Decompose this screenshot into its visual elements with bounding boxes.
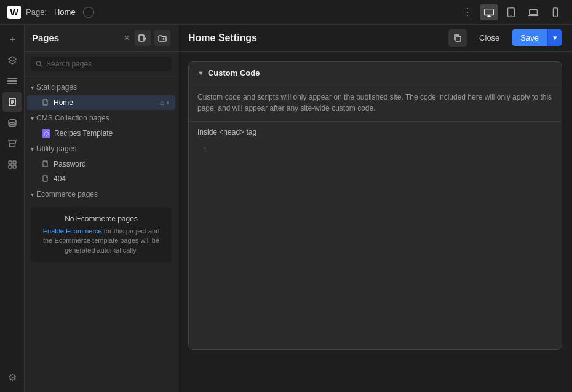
page-name: Home: [54, 7, 76, 17]
copy-link-button[interactable]: [448, 29, 467, 47]
settings-button[interactable]: ⚙: [2, 367, 22, 387]
utility-arrow: ▾: [31, 146, 34, 152]
top-bar: W Page: Home ⋮: [0, 0, 572, 25]
recipes-template-label: Recipes Template: [54, 129, 113, 138]
more-options-button[interactable]: ⋮: [460, 4, 475, 20]
svg-rect-3: [530, 9, 538, 14]
ecommerce-empty-text: Enable Ecommerce for this project and th…: [38, 227, 164, 255]
recipes-template-item[interactable]: ⬡ Recipes Template: [27, 126, 175, 141]
page-file-icon: [42, 99, 50, 107]
cms-icon: ⬡: [42, 129, 50, 138]
svg-rect-25: [43, 100, 47, 105]
cms-section-label: CMS Collection pages: [36, 114, 109, 122]
ecommerce-section-header[interactable]: ▾ Ecommerce pages: [25, 186, 178, 202]
navigator-button[interactable]: [2, 71, 22, 91]
page-settings-icon[interactable]: ›: [167, 98, 169, 107]
svg-rect-17: [13, 165, 16, 168]
assets-button[interactable]: [2, 155, 22, 174]
layers-button[interactable]: [2, 50, 22, 70]
svg-rect-16: [9, 165, 12, 168]
static-pages-label: Static pages: [36, 83, 77, 92]
svg-rect-18: [139, 35, 144, 41]
page-item-actions: ⌂ ›: [160, 98, 169, 107]
svg-rect-8: [7, 83, 17, 84]
code-input[interactable]: [215, 145, 553, 344]
icon-sidebar: ＋ ⚙: [0, 25, 25, 392]
custom-code-panel: ▼ Custom Code Custom code and scripts wi…: [188, 61, 562, 350]
custom-code-collapse-button[interactable]: ▼: [197, 69, 204, 77]
custom-code-header: ▼ Custom Code: [189, 62, 562, 84]
pages-panel: Pages × ▾ Static pages Home: [25, 25, 178, 392]
page-status-indicator: [83, 7, 94, 18]
add-page-button[interactable]: [135, 30, 151, 46]
save-button[interactable]: Save: [512, 29, 547, 46]
store-button[interactable]: [2, 134, 22, 154]
pages-search-area: [25, 52, 178, 77]
utility-section-header[interactable]: ▾ Utility pages: [25, 141, 178, 157]
svg-rect-26: [43, 161, 47, 167]
add-folder-button[interactable]: [154, 30, 170, 46]
static-pages-section-header[interactable]: ▾ Static pages: [25, 79, 178, 95]
save-button-group: Save ▾: [512, 29, 562, 46]
page-label: Page:: [26, 7, 47, 17]
search-input[interactable]: [46, 60, 167, 68]
ecommerce-empty-state: No Ecommerce pages Enable Ecommerce for …: [31, 207, 172, 262]
svg-rect-27: [43, 176, 47, 181]
svg-rect-28: [456, 36, 461, 41]
app-logo: W: [7, 6, 21, 19]
svg-point-13: [9, 120, 16, 123]
mobile-view-button[interactable]: [546, 4, 565, 20]
utility-section-label: Utility pages: [36, 144, 76, 153]
tablet-view-button[interactable]: [502, 4, 520, 20]
cms-button[interactable]: [2, 113, 22, 133]
code-section-label: Inside <head> tag: [189, 122, 562, 140]
cms-arrow: ▾: [31, 115, 34, 122]
svg-line-24: [40, 65, 42, 66]
panel-content: ▼ Custom Code Custom code and scripts wi…: [178, 52, 572, 392]
line-numbers: 1: [197, 145, 207, 344]
svg-point-23: [36, 61, 40, 65]
password-page-item[interactable]: Password: [27, 157, 175, 171]
custom-code-title: Custom Code: [208, 68, 260, 77]
static-pages-arrow: ▾: [31, 84, 34, 91]
add-elements-button[interactable]: ＋: [2, 29, 22, 49]
copy-icon: [453, 33, 463, 43]
ecommerce-section-label: Ecommerce pages: [36, 190, 98, 198]
ecommerce-empty-title: No Ecommerce pages: [38, 214, 164, 223]
code-editor[interactable]: 1: [189, 140, 562, 349]
ecommerce-arrow: ▾: [31, 191, 34, 198]
svg-rect-7: [7, 80, 17, 82]
desktop-view-button[interactable]: [480, 4, 498, 20]
svg-rect-0: [485, 9, 493, 15]
page-home-icon[interactable]: ⌂: [160, 98, 164, 107]
page-file-icon-2: [42, 160, 50, 168]
custom-code-description: Custom code and scripts will only appear…: [189, 84, 562, 122]
password-page-label: Password: [54, 160, 86, 168]
home-page-label: Home: [54, 98, 73, 107]
enable-ecommerce-link[interactable]: Enable Ecommerce: [43, 227, 102, 235]
pages-panel-header: Pages ×: [25, 25, 178, 52]
main-layout: ＋ ⚙ Pages ×: [0, 25, 572, 392]
404-page-label: 404: [54, 174, 66, 183]
close-settings-button[interactable]: Close: [473, 31, 506, 45]
pages-close-button[interactable]: ×: [123, 31, 131, 45]
page-file-icon-3: [42, 175, 50, 183]
save-dropdown-button[interactable]: ▾: [547, 29, 562, 46]
404-page-item[interactable]: 404: [27, 171, 175, 186]
svg-rect-14: [9, 161, 12, 164]
pages-button[interactable]: [2, 92, 22, 112]
pages-list: ▾ Static pages Home ⌂ › ▾ CMS Collection…: [25, 77, 178, 392]
view-mode-icons: [480, 4, 565, 20]
laptop-view-button[interactable]: [524, 4, 542, 20]
main-title: Home Settings: [188, 33, 442, 44]
main-header: Home Settings Close Save ▾: [178, 25, 572, 52]
pages-panel-title: Pages: [32, 33, 119, 43]
search-input-wrap: [31, 57, 172, 71]
search-icon: [36, 60, 42, 68]
svg-rect-15: [13, 161, 16, 164]
main-content: Home Settings Close Save ▾ ▼ Custom Code…: [178, 25, 572, 392]
svg-rect-6: [7, 78, 17, 79]
home-page-item[interactable]: Home ⌂ ›: [27, 95, 175, 110]
cms-section-header[interactable]: ▾ CMS Collection pages: [25, 110, 178, 126]
